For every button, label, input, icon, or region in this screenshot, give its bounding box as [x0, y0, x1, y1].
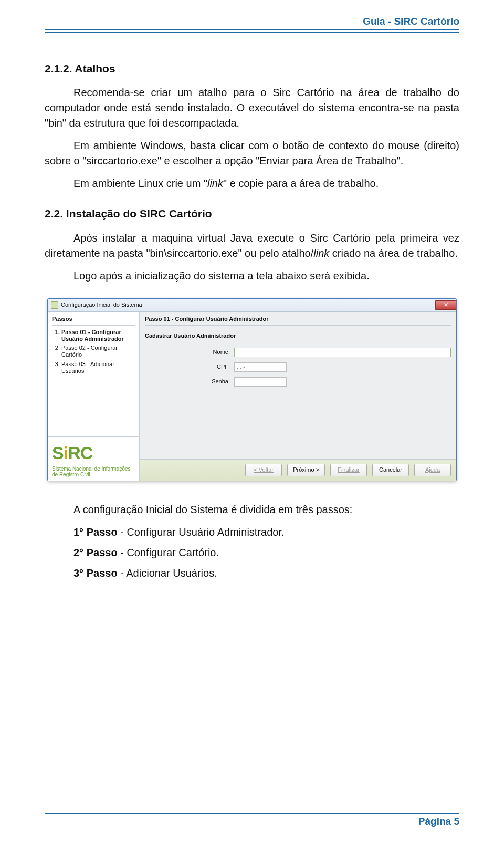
- para-22-1-em: link: [313, 247, 329, 259]
- para-post: A configuração Inicial do Sistema é divi…: [45, 502, 459, 517]
- button-bar: < Voltar Próximo > Finalizar Cancelar Aj…: [140, 459, 456, 481]
- dialog-window: Configuração Inicial do Sistema ✕ Passos…: [47, 298, 457, 481]
- input-nome[interactable]: [234, 348, 451, 357]
- form-title: Passo 01 - Configurar Usuário Administra…: [145, 315, 451, 326]
- embedded-screenshot: Configuração Inicial do Sistema ✕ Passos…: [45, 298, 459, 481]
- window-title-left: Configuração Inicial do Sistema: [51, 301, 142, 309]
- step-line-2: 2° Passo - Configurar Cartório.: [74, 545, 459, 560]
- help-button[interactable]: Ajuda: [414, 464, 451, 476]
- heading-22: 2.2. Instalação do SIRC Cartório: [45, 206, 459, 222]
- para-22-1: Após instalar a maquina virtual Java exe…: [45, 231, 459, 261]
- window-body: Passos Passo 01 - Configurar Usuário Adm…: [48, 312, 456, 436]
- window-title-text: Configuração Inicial do Sistema: [61, 301, 142, 309]
- logo-area: SiRC Sistema Nacional de Informações de …: [48, 436, 140, 481]
- para-212-3: Em ambiente Linux crie um "link" e copie…: [45, 176, 459, 191]
- header-title: Guia - SIRC Cartório: [363, 16, 459, 27]
- steps-header: Passos: [52, 315, 135, 326]
- step-item-2[interactable]: Passo 02 - Configurar Cartório: [61, 345, 135, 358]
- step3-b: 3° Passo: [74, 567, 118, 579]
- bottom-strip: SiRC Sistema Nacional de Informações de …: [48, 436, 456, 481]
- document-body: 2.1.2. Atalhos Recomenda-se criar um ata…: [0, 36, 504, 581]
- step1-t: - Configurar Usuário Administrador.: [118, 526, 285, 538]
- row-cpf: CPF: . . -: [145, 362, 451, 372]
- logo-tagline-2: de Registro Civil: [52, 472, 135, 477]
- logo-text: SiRC: [52, 440, 92, 466]
- para-212-3-suffix: " e copie para a área de trabalho.: [223, 178, 379, 189]
- para-212-3-em: link: [207, 178, 223, 189]
- form-spacer: [145, 392, 451, 431]
- window-icon: [51, 301, 58, 309]
- step-item-1[interactable]: Passo 01 - Configurar Usuário Administra…: [61, 329, 135, 342]
- step2-t: - Configurar Cartório.: [118, 547, 219, 558]
- close-button[interactable]: ✕: [435, 300, 456, 310]
- para-22-2: Logo após a inicialização do sistema a t…: [45, 268, 459, 284]
- heading-212: 2.1.2. Atalhos: [45, 61, 459, 77]
- para-212-1: Recomenda-se criar um atalho para o Sirc…: [45, 85, 459, 131]
- step1-b: 1° Passo: [74, 526, 118, 538]
- cancel-button[interactable]: Cancelar: [372, 464, 409, 476]
- finish-button[interactable]: Finalizar: [330, 464, 367, 476]
- button-area: < Voltar Próximo > Finalizar Cancelar Aj…: [140, 436, 456, 481]
- cpf-mask: . . -: [237, 363, 245, 370]
- para-212-2: Em ambiente Windows, basta clicar com o …: [45, 138, 459, 169]
- next-button[interactable]: Próximo >: [287, 464, 325, 476]
- form-subtitle: Cadastrar Usuário Administrador: [145, 332, 451, 340]
- row-nome: Nome:: [145, 348, 451, 357]
- steps-sidebar: Passos Passo 01 - Configurar Usuário Adm…: [48, 312, 140, 436]
- step2-b: 2° Passo: [74, 547, 118, 558]
- logo-tagline-1: Sistema Nacional de Informações: [52, 466, 135, 472]
- sirc-logo: SiRC: [52, 440, 135, 466]
- input-senha[interactable]: [234, 377, 287, 387]
- logo-dot-icon: i: [64, 443, 68, 463]
- page-number: Página 5: [418, 816, 459, 827]
- para-212-3-prefix: Em ambiente Linux crie um ": [74, 178, 207, 189]
- form-panel: Passo 01 - Configurar Usuário Administra…: [140, 312, 456, 436]
- page-header: Guia - SIRC Cartório: [0, 0, 504, 36]
- step-item-3[interactable]: Passo 03 - Adicionar Usuários: [61, 361, 135, 374]
- back-button[interactable]: < Voltar: [245, 464, 282, 476]
- page-footer: Página 5: [45, 813, 459, 827]
- step3-t: - Adicionar Usuários.: [118, 567, 217, 579]
- label-senha: Senha:: [145, 378, 234, 386]
- input-cpf[interactable]: . . -: [234, 362, 287, 372]
- para-22-1-suffix: criado na área de trabalho.: [329, 247, 458, 259]
- label-cpf: CPF:: [145, 363, 234, 371]
- row-senha: Senha:: [145, 377, 451, 387]
- step-line-3: 3° Passo - Adicionar Usuários.: [74, 566, 459, 581]
- window-titlebar: Configuração Inicial do Sistema ✕: [48, 299, 456, 312]
- step-line-1: 1° Passo - Configurar Usuário Administra…: [74, 525, 459, 540]
- label-nome: Nome:: [145, 348, 234, 357]
- steps-list: Passo 01 - Configurar Usuário Administra…: [52, 329, 135, 374]
- close-icon: ✕: [444, 301, 448, 309]
